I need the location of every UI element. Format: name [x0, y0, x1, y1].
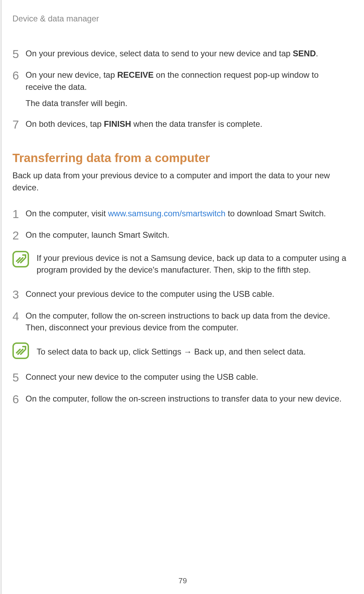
step-text: On the computer, follow the on-screen in…	[26, 310, 347, 334]
note-icon	[12, 251, 29, 267]
step-3: 3 Connect your previous device to the co…	[11, 288, 347, 301]
step-text: On the computer, visit www.samsung.com/s…	[26, 208, 347, 220]
step-2: 2 On the computer, launch Smart Switch.	[11, 229, 347, 242]
step-number: 4	[12, 310, 26, 334]
text-segment: On the computer, visit	[26, 209, 108, 218]
page-container: Device & data manager 5 On your previous…	[1, 0, 364, 594]
step-number: 3	[12, 288, 26, 301]
link-smartswitch[interactable]: www.samsung.com/smartswitch	[108, 209, 226, 218]
text-segment: to download Smart Switch.	[226, 209, 326, 218]
step-1: 1 On the computer, visit www.samsung.com…	[11, 208, 347, 220]
step-number: 6	[12, 393, 26, 406]
text-segment: On your new device, tap	[26, 70, 117, 79]
note-text: If your previous device is not a Samsung…	[37, 251, 347, 276]
step-5: 5 Connect your new device to the compute…	[11, 371, 347, 384]
step-number: 7	[12, 118, 26, 131]
step-text: On your new device, tap RECEIVE on the c…	[26, 69, 347, 109]
step-5-top: 5 On your previous device, select data t…	[11, 48, 347, 60]
step-6-top: 6 On your new device, tap RECEIVE on the…	[11, 69, 347, 109]
step-number: 5	[12, 48, 26, 60]
step-7-top: 7 On both devices, tap FINISH when the d…	[11, 118, 347, 131]
text-segment: On your previous device, select data to …	[26, 49, 293, 58]
step-text: On both devices, tap FINISH when the dat…	[26, 118, 347, 131]
step-text: Connect your previous device to the comp…	[26, 288, 347, 301]
note-block-1: If your previous device is not a Samsung…	[11, 251, 347, 276]
step-text: On the computer, follow the on-screen in…	[26, 393, 347, 406]
note-text: To select data to back up, click Setting…	[37, 342, 347, 358]
page-number: 79	[179, 576, 187, 585]
bold-text: SEND	[293, 49, 316, 58]
step-text: On your previous device, select data to …	[26, 48, 347, 60]
page-header: Device & data manager	[11, 14, 347, 23]
section-intro: Back up data from your previous device t…	[11, 170, 347, 194]
section-heading: Transferring data from a computer	[11, 151, 347, 165]
step-text: On the computer, launch Smart Switch.	[26, 229, 347, 242]
bold-text: FINISH	[104, 119, 131, 129]
text-segment: when the data transfer is complete.	[131, 119, 262, 129]
step-number: 2	[12, 229, 26, 242]
step-subtext: The data transfer will begin.	[26, 97, 347, 110]
text-segment: On both devices, tap	[26, 119, 104, 129]
note-block-2: To select data to back up, click Setting…	[11, 342, 347, 359]
text-segment: .	[316, 49, 318, 58]
text-segment: To select data to back up, click Setting…	[37, 347, 184, 356]
bold-text: RECEIVE	[117, 70, 153, 79]
text-segment: Back up, and then select data.	[192, 347, 306, 356]
arrow-icon: →	[184, 347, 192, 356]
step-number: 6	[12, 69, 26, 109]
step-number: 1	[12, 208, 26, 220]
note-icon	[12, 342, 29, 359]
step-text: Connect your new device to the computer …	[26, 371, 347, 384]
step-6: 6 On the computer, follow the on-screen …	[11, 393, 347, 406]
step-4: 4 On the computer, follow the on-screen …	[11, 310, 347, 334]
step-number: 5	[12, 371, 26, 384]
